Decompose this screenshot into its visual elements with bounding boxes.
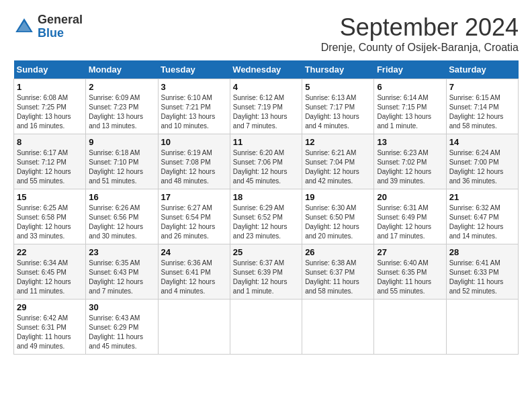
day-of-week-header: Thursday bbox=[302, 60, 374, 79]
calendar-header-row: SundayMondayTuesdayWednesdayThursdayFrid… bbox=[14, 60, 519, 79]
page-header: General Blue September 2024 Drenje, Coun… bbox=[13, 13, 519, 54]
day-info: Sunrise: 6:15 AM Sunset: 7:14 PM Dayligh… bbox=[449, 93, 515, 131]
calendar-cell: 22Sunrise: 6:34 AM Sunset: 6:45 PM Dayli… bbox=[14, 244, 86, 300]
day-number: 10 bbox=[161, 137, 227, 147]
day-number: 13 bbox=[377, 137, 443, 147]
calendar-cell: 2Sunrise: 6:09 AM Sunset: 7:23 PM Daylig… bbox=[86, 79, 158, 134]
calendar-cell: 30Sunrise: 6:43 AM Sunset: 6:29 PM Dayli… bbox=[86, 300, 158, 355]
day-of-week-header: Sunday bbox=[14, 60, 86, 79]
calendar-cell bbox=[158, 300, 230, 355]
calendar-cell: 6Sunrise: 6:14 AM Sunset: 7:15 PM Daylig… bbox=[374, 79, 446, 134]
calendar-cell bbox=[302, 300, 374, 355]
day-number: 29 bbox=[17, 302, 83, 312]
day-number: 1 bbox=[17, 82, 83, 92]
calendar-week-row: 15Sunrise: 6:25 AM Sunset: 6:58 PM Dayli… bbox=[14, 189, 519, 244]
calendar-cell: 11Sunrise: 6:20 AM Sunset: 7:06 PM Dayli… bbox=[230, 134, 302, 189]
day-number: 12 bbox=[305, 137, 371, 147]
logo-blue-text: Blue bbox=[38, 27, 83, 40]
calendar-week-row: 29Sunrise: 6:42 AM Sunset: 6:31 PM Dayli… bbox=[14, 300, 519, 355]
title-area: September 2024 Drenje, County of Osijek-… bbox=[321, 13, 519, 54]
day-number: 2 bbox=[89, 82, 154, 92]
day-info: Sunrise: 6:18 AM Sunset: 7:10 PM Dayligh… bbox=[89, 148, 154, 186]
calendar-cell bbox=[230, 300, 302, 355]
day-number: 6 bbox=[377, 82, 443, 92]
day-number: 15 bbox=[17, 192, 83, 202]
day-info: Sunrise: 6:25 AM Sunset: 6:58 PM Dayligh… bbox=[17, 203, 83, 241]
location-text: Drenje, County of Osijek-Baranja, Croati… bbox=[321, 42, 519, 54]
calendar-cell: 28Sunrise: 6:41 AM Sunset: 6:33 PM Dayli… bbox=[446, 244, 518, 300]
calendar-cell: 3Sunrise: 6:10 AM Sunset: 7:21 PM Daylig… bbox=[158, 79, 230, 134]
calendar-week-row: 1Sunrise: 6:08 AM Sunset: 7:25 PM Daylig… bbox=[14, 79, 519, 134]
day-number: 21 bbox=[449, 192, 515, 202]
day-number: 17 bbox=[161, 192, 227, 202]
day-number: 18 bbox=[233, 192, 299, 202]
day-info: Sunrise: 6:24 AM Sunset: 7:00 PM Dayligh… bbox=[449, 148, 515, 186]
day-info: Sunrise: 6:38 AM Sunset: 6:37 PM Dayligh… bbox=[305, 259, 371, 296]
day-info: Sunrise: 6:36 AM Sunset: 6:41 PM Dayligh… bbox=[161, 259, 227, 296]
day-info: Sunrise: 6:19 AM Sunset: 7:08 PM Dayligh… bbox=[161, 148, 227, 186]
day-info: Sunrise: 6:35 AM Sunset: 6:43 PM Dayligh… bbox=[89, 259, 154, 296]
day-number: 30 bbox=[89, 302, 154, 312]
calendar-cell: 21Sunrise: 6:32 AM Sunset: 6:47 PM Dayli… bbox=[446, 189, 518, 244]
day-number: 22 bbox=[17, 247, 83, 257]
day-info: Sunrise: 6:27 AM Sunset: 6:54 PM Dayligh… bbox=[161, 203, 227, 241]
day-of-week-header: Monday bbox=[86, 60, 158, 79]
day-number: 4 bbox=[233, 82, 299, 92]
day-number: 28 bbox=[449, 247, 515, 257]
day-number: 5 bbox=[305, 82, 371, 92]
calendar-cell: 14Sunrise: 6:24 AM Sunset: 7:00 PM Dayli… bbox=[446, 134, 518, 189]
calendar-cell: 10Sunrise: 6:19 AM Sunset: 7:08 PM Dayli… bbox=[158, 134, 230, 189]
calendar-cell: 17Sunrise: 6:27 AM Sunset: 6:54 PM Dayli… bbox=[158, 189, 230, 244]
day-info: Sunrise: 6:26 AM Sunset: 6:56 PM Dayligh… bbox=[89, 203, 154, 241]
calendar-cell: 24Sunrise: 6:36 AM Sunset: 6:41 PM Dayli… bbox=[158, 244, 230, 300]
day-info: Sunrise: 6:42 AM Sunset: 6:31 PM Dayligh… bbox=[17, 314, 83, 351]
calendar-cell: 25Sunrise: 6:37 AM Sunset: 6:39 PM Dayli… bbox=[230, 244, 302, 300]
calendar-cell: 16Sunrise: 6:26 AM Sunset: 6:56 PM Dayli… bbox=[86, 189, 158, 244]
calendar-cell: 7Sunrise: 6:15 AM Sunset: 7:14 PM Daylig… bbox=[446, 79, 518, 134]
day-number: 14 bbox=[449, 137, 515, 147]
day-number: 24 bbox=[161, 247, 227, 257]
logo: General Blue bbox=[13, 13, 83, 40]
day-number: 27 bbox=[377, 247, 443, 257]
day-info: Sunrise: 6:10 AM Sunset: 7:21 PM Dayligh… bbox=[161, 93, 227, 131]
day-info: Sunrise: 6:29 AM Sunset: 6:52 PM Dayligh… bbox=[233, 203, 299, 241]
day-number: 16 bbox=[89, 192, 154, 202]
calendar-week-row: 22Sunrise: 6:34 AM Sunset: 6:45 PM Dayli… bbox=[14, 244, 519, 300]
day-number: 9 bbox=[89, 137, 154, 147]
calendar-week-row: 8Sunrise: 6:17 AM Sunset: 7:12 PM Daylig… bbox=[14, 134, 519, 189]
day-number: 19 bbox=[305, 192, 371, 202]
day-info: Sunrise: 6:13 AM Sunset: 7:17 PM Dayligh… bbox=[305, 93, 371, 131]
calendar-cell: 18Sunrise: 6:29 AM Sunset: 6:52 PM Dayli… bbox=[230, 189, 302, 244]
calendar-cell: 1Sunrise: 6:08 AM Sunset: 7:25 PM Daylig… bbox=[14, 79, 86, 134]
calendar-cell: 9Sunrise: 6:18 AM Sunset: 7:10 PM Daylig… bbox=[86, 134, 158, 189]
day-info: Sunrise: 6:14 AM Sunset: 7:15 PM Dayligh… bbox=[377, 93, 443, 131]
day-info: Sunrise: 6:43 AM Sunset: 6:29 PM Dayligh… bbox=[89, 314, 154, 351]
day-of-week-header: Friday bbox=[374, 60, 446, 79]
day-info: Sunrise: 6:41 AM Sunset: 6:33 PM Dayligh… bbox=[449, 259, 515, 296]
month-title: September 2024 bbox=[321, 13, 519, 42]
day-info: Sunrise: 6:23 AM Sunset: 7:02 PM Dayligh… bbox=[377, 148, 443, 186]
day-info: Sunrise: 6:37 AM Sunset: 6:39 PM Dayligh… bbox=[233, 259, 299, 296]
calendar-cell: 4Sunrise: 6:12 AM Sunset: 7:19 PM Daylig… bbox=[230, 79, 302, 134]
calendar-cell: 29Sunrise: 6:42 AM Sunset: 6:31 PM Dayli… bbox=[14, 300, 86, 355]
calendar-cell: 12Sunrise: 6:21 AM Sunset: 7:04 PM Dayli… bbox=[302, 134, 374, 189]
day-of-week-header: Saturday bbox=[446, 60, 518, 79]
calendar-cell: 23Sunrise: 6:35 AM Sunset: 6:43 PM Dayli… bbox=[86, 244, 158, 300]
day-info: Sunrise: 6:34 AM Sunset: 6:45 PM Dayligh… bbox=[17, 259, 83, 296]
day-number: 8 bbox=[17, 137, 83, 147]
day-info: Sunrise: 6:20 AM Sunset: 7:06 PM Dayligh… bbox=[233, 148, 299, 186]
day-info: Sunrise: 6:17 AM Sunset: 7:12 PM Dayligh… bbox=[17, 148, 83, 186]
day-info: Sunrise: 6:31 AM Sunset: 6:49 PM Dayligh… bbox=[377, 203, 443, 241]
calendar-cell: 26Sunrise: 6:38 AM Sunset: 6:37 PM Dayli… bbox=[302, 244, 374, 300]
day-number: 3 bbox=[161, 82, 227, 92]
calendar-table: SundayMondayTuesdayWednesdayThursdayFrid… bbox=[13, 60, 519, 355]
calendar-cell: 15Sunrise: 6:25 AM Sunset: 6:58 PM Dayli… bbox=[14, 189, 86, 244]
day-of-week-header: Tuesday bbox=[158, 60, 230, 79]
logo-general-text: General bbox=[38, 13, 83, 27]
day-number: 20 bbox=[377, 192, 443, 202]
day-info: Sunrise: 6:09 AM Sunset: 7:23 PM Dayligh… bbox=[89, 93, 154, 131]
day-number: 7 bbox=[449, 82, 515, 92]
day-number: 26 bbox=[305, 247, 371, 257]
calendar-cell: 20Sunrise: 6:31 AM Sunset: 6:49 PM Dayli… bbox=[374, 189, 446, 244]
day-info: Sunrise: 6:21 AM Sunset: 7:04 PM Dayligh… bbox=[305, 148, 371, 186]
